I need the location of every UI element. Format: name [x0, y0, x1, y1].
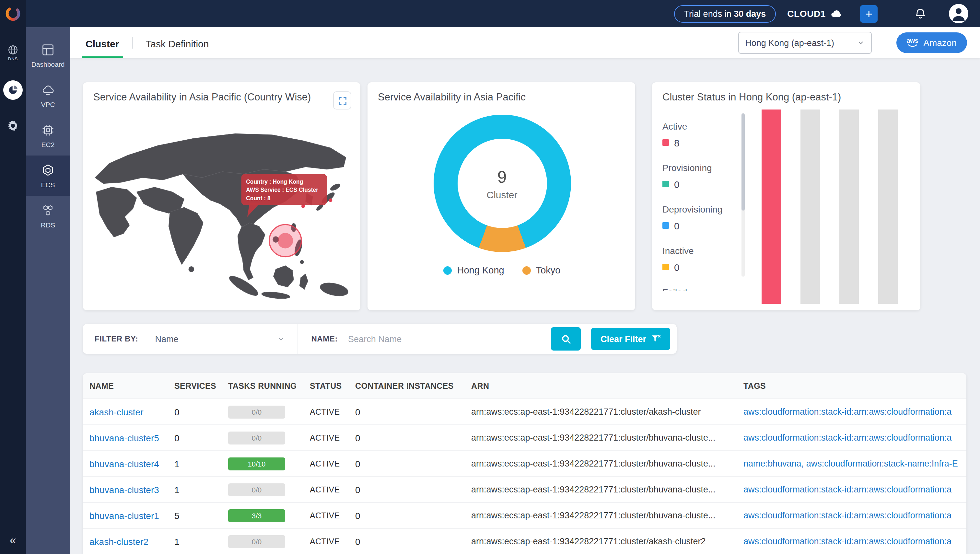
legend-hong-kong[interactable]: Hong Kong [444, 265, 504, 275]
status-label: Inactive [663, 245, 741, 256]
notifications-button[interactable] [914, 7, 927, 20]
column-header-arn: ARN [471, 381, 743, 390]
cluster-name-link[interactable]: bhuvana-cluster1 [89, 510, 174, 521]
fullscreen-icon [337, 96, 347, 105]
status-value: ACTIVE [310, 433, 355, 442]
status-count: 8 [674, 137, 680, 148]
donut-card: Service Availability in Asia Pacific 9 C… [368, 82, 635, 310]
tasks-running-badge: 0/0 [228, 431, 285, 444]
clear-filter-funnel-icon [651, 334, 661, 344]
tabs-bar: Cluster Task Definition Hong Kong (ap-ea… [70, 27, 980, 58]
status-label: Active [663, 121, 741, 132]
services-count: 5 [174, 510, 228, 521]
table-row: bhuvana-cluster3 1 0/0 ACTIVE 0 arn:aws:… [83, 477, 966, 503]
status-count: 0 [674, 220, 680, 231]
chevron-down-icon [857, 39, 864, 47]
cluster-name-link[interactable]: bhuvana-cluster3 [89, 484, 174, 495]
cluster-tags-link[interactable]: aws:cloudformation:stack-id:arn:aws:clou… [743, 485, 960, 494]
cluster-name-link[interactable]: bhuvana-cluster5 [89, 433, 174, 443]
sidebar-item-ec2[interactable]: EC2 [26, 115, 70, 156]
search-button[interactable] [551, 327, 581, 350]
asia-map[interactable]: Country : Hong Kong AWS Service : ECS Cl… [93, 113, 350, 301]
clear-filter-button[interactable]: Clear Filter [591, 328, 670, 350]
sidebar-item-label: VPC [41, 100, 55, 108]
rds-database-icon [41, 203, 55, 217]
donut-legend: Hong Kong Tokyo [378, 265, 626, 275]
legend-dot-tokyo [523, 266, 531, 274]
status-legend-item-active: Active 8 [663, 121, 741, 148]
add-button[interactable]: + [860, 5, 878, 22]
filter-bar: FILTER BY: Name NAME: Clear Filter [83, 324, 677, 354]
services-count: 1 [174, 458, 228, 469]
cluster-arn: arn:aws:ecs:ap-east-1:934228221771:clust… [471, 511, 743, 520]
sidebar-item-label: Dashboard [32, 60, 65, 68]
dns-globe-icon [7, 44, 19, 56]
cluster-name-link[interactable]: akash-cluster2 [89, 536, 174, 546]
rail-item-settings[interactable] [6, 119, 19, 132]
aws-smile-icon [907, 44, 918, 48]
sidebar-item-label: EC2 [41, 140, 55, 148]
bar-placeholder [800, 110, 820, 304]
table-row: akash-cluster2 1 0/0 ACTIVE 0 arn:aws:ec… [83, 529, 966, 554]
trial-badge[interactable]: Trial ends in 30 days [674, 5, 776, 22]
sidebar-collapse-button[interactable]: « [0, 535, 26, 546]
container-instances-count: 0 [355, 484, 471, 495]
table-header: NAME SERVICES TASKS RUNNING STATUS CONTA… [83, 373, 966, 399]
cluster-tags-link[interactable]: name:bhuvana, aws:cloudformation:stack-n… [743, 459, 960, 468]
cluster-count: 9 [497, 167, 507, 187]
legend-scrollbar [741, 113, 745, 277]
map-card-title: Service Availability in Asia Pacific (Co… [93, 91, 311, 103]
legend-tokyo[interactable]: Tokyo [523, 265, 561, 275]
amazon-provider-button[interactable]: aws Amazon [896, 32, 967, 53]
cluster-name-link[interactable]: akash-cluster [89, 407, 174, 417]
column-header-container-instances: CONTAINER INSTANCES [355, 381, 471, 390]
table-row: bhuvana-cluster5 0 0/0 ACTIVE 0 arn:aws:… [83, 425, 966, 451]
avatar-icon [949, 4, 968, 23]
cluster-tags-link[interactable]: aws:cloudformation:stack-id:arn:aws:clou… [743, 536, 960, 546]
expand-map-button[interactable] [333, 91, 351, 110]
dns-label: DNS [8, 56, 18, 61]
tab-cluster[interactable]: Cluster [82, 27, 123, 58]
legend-label: Tokyo [536, 265, 561, 275]
org-menu[interactable]: CLOUD1 [787, 8, 843, 19]
sidebar-item-label: ECS [41, 180, 55, 188]
cluster-name-link[interactable]: bhuvana-cluster4 [89, 458, 174, 469]
logo-swirl-icon [5, 5, 21, 22]
sidebar-item-ecs[interactable]: ECS [26, 156, 70, 196]
search-input[interactable] [348, 334, 551, 344]
donut-chart: 9 Cluster [433, 115, 571, 252]
region-value: Hong Kong (ap-east-1) [745, 38, 834, 48]
sidebar-item-vpc[interactable]: VPC [26, 75, 70, 115]
cluster-tags-link[interactable]: aws:cloudformation:stack-id:arn:aws:clou… [743, 407, 960, 417]
cluster-tags-link[interactable]: aws:cloudformation:stack-id:arn:aws:clou… [743, 433, 960, 443]
table-row: bhuvana-cluster1 5 3/3 ACTIVE 0 arn:aws:… [83, 503, 966, 529]
sidebar-item-dashboard[interactable]: Dashboard [26, 35, 70, 75]
user-avatar[interactable] [949, 4, 968, 23]
container-instances-count: 0 [355, 433, 471, 443]
ecs-hexagon-icon [41, 163, 55, 177]
legend-scrollbar-thumb[interactable] [741, 113, 745, 210]
chevron-down-icon [277, 335, 285, 342]
filter-divider [298, 324, 298, 354]
tab-divider [132, 37, 132, 49]
tooltip-count: Count : 8 [246, 195, 271, 202]
cloud-icon [830, 9, 843, 18]
tab-task-definition[interactable]: Task Definition [142, 27, 213, 58]
column-header-services: SERVICES [174, 381, 228, 390]
sidebar-item-label: RDS [41, 221, 55, 228]
sidebar-item-rds[interactable]: RDS [26, 196, 70, 236]
cluster-table: NAME SERVICES TASKS RUNNING STATUS CONTA… [83, 373, 966, 554]
rail-item-monitoring[interactable] [3, 80, 23, 100]
container-instances-count: 0 [355, 407, 471, 417]
rail-item-dns[interactable]: DNS [7, 44, 19, 61]
filter-by-select[interactable]: Name [155, 334, 285, 344]
table-row: akash-cluster 0 0/0 ACTIVE 0 arn:aws:ecs… [83, 399, 966, 425]
cluster-tags-link[interactable]: aws:cloudformation:stack-id:arn:aws:clou… [743, 511, 960, 520]
bar-placeholder [878, 110, 898, 304]
settings-gear-icon [6, 119, 19, 132]
app-logo[interactable] [5, 5, 21, 25]
status-count: 0 [674, 178, 680, 189]
status-legend-item-failed: Failed [663, 287, 741, 291]
tooltip-country: Country : Hong Kong [246, 178, 303, 185]
region-select[interactable]: Hong Kong (ap-east-1) [738, 32, 872, 54]
